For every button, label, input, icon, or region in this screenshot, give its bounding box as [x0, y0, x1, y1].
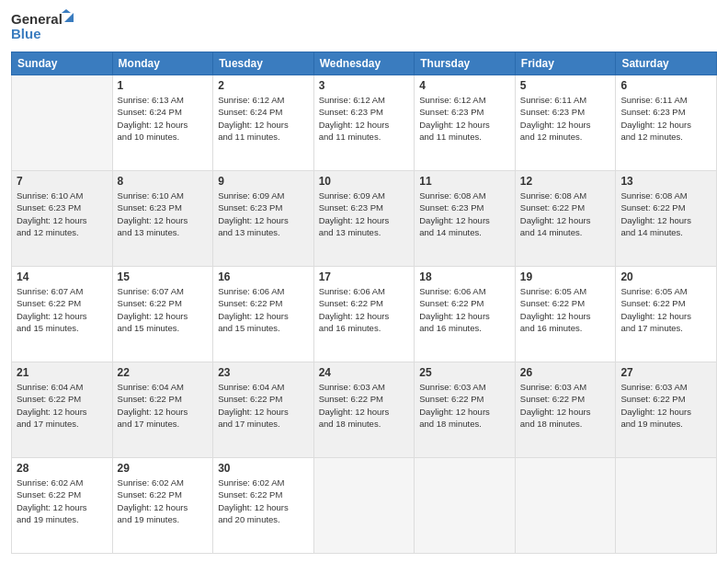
- day-number: 13: [620, 175, 711, 188]
- day-number: 10: [319, 175, 410, 188]
- day-number: 30: [218, 462, 309, 475]
- day-number: 27: [620, 366, 711, 379]
- logo-svg: GeneralBlue: [11, 9, 75, 44]
- day-info: Sunrise: 6:11 AM Sunset: 6:23 PM Dayligh…: [620, 94, 711, 143]
- day-number: 22: [118, 366, 209, 379]
- calendar-day-cell: [616, 458, 717, 554]
- day-number: 21: [17, 366, 108, 379]
- day-info: Sunrise: 6:07 AM Sunset: 6:22 PM Dayligh…: [118, 285, 209, 334]
- calendar-day-cell: 5Sunrise: 6:11 AM Sunset: 6:23 PM Daylig…: [515, 75, 616, 171]
- calendar-day-cell: 7Sunrise: 6:10 AM Sunset: 6:23 PM Daylig…: [12, 171, 113, 267]
- calendar-day-cell: 26Sunrise: 6:03 AM Sunset: 6:22 PM Dayli…: [515, 362, 616, 458]
- day-number: 14: [17, 270, 108, 283]
- calendar-day-cell: 13Sunrise: 6:08 AM Sunset: 6:22 PM Dayli…: [616, 171, 717, 267]
- day-number: 28: [17, 462, 108, 475]
- calendar-day-header: Wednesday: [313, 52, 415, 75]
- calendar-day-cell: 8Sunrise: 6:10 AM Sunset: 6:23 PM Daylig…: [112, 171, 213, 267]
- calendar-day-cell: 2Sunrise: 6:12 AM Sunset: 6:24 PM Daylig…: [213, 75, 314, 171]
- svg-marker-2: [62, 9, 71, 13]
- svg-text:Blue: Blue: [11, 26, 41, 41]
- day-number: 1: [118, 79, 209, 92]
- calendar-day-cell: 18Sunrise: 6:06 AM Sunset: 6:22 PM Dayli…: [415, 267, 516, 362]
- calendar-day-cell: 16Sunrise: 6:06 AM Sunset: 6:22 PM Dayli…: [213, 267, 314, 362]
- calendar-day-cell: 4Sunrise: 6:12 AM Sunset: 6:23 PM Daylig…: [415, 75, 516, 171]
- calendar-day-cell: [415, 458, 516, 554]
- day-number: 12: [520, 175, 611, 188]
- day-info: Sunrise: 6:13 AM Sunset: 6:24 PM Dayligh…: [118, 94, 209, 143]
- day-number: 3: [319, 79, 410, 92]
- day-number: 2: [218, 79, 309, 92]
- calendar-day-cell: 11Sunrise: 6:08 AM Sunset: 6:23 PM Dayli…: [415, 171, 516, 267]
- calendar-day-cell: 15Sunrise: 6:07 AM Sunset: 6:22 PM Dayli…: [112, 267, 213, 362]
- calendar-day-cell: [12, 75, 113, 171]
- calendar-day-cell: 19Sunrise: 6:05 AM Sunset: 6:22 PM Dayli…: [515, 267, 616, 362]
- calendar-day-cell: 14Sunrise: 6:07 AM Sunset: 6:22 PM Dayli…: [12, 267, 113, 362]
- day-number: 9: [218, 175, 309, 188]
- day-info: Sunrise: 6:03 AM Sunset: 6:22 PM Dayligh…: [419, 381, 510, 430]
- calendar-day-cell: 30Sunrise: 6:02 AM Sunset: 6:22 PM Dayli…: [213, 458, 314, 554]
- day-info: Sunrise: 6:10 AM Sunset: 6:23 PM Dayligh…: [118, 190, 209, 238]
- day-info: Sunrise: 6:06 AM Sunset: 6:22 PM Dayligh…: [419, 285, 510, 334]
- day-info: Sunrise: 6:07 AM Sunset: 6:22 PM Dayligh…: [17, 285, 108, 334]
- day-info: Sunrise: 6:02 AM Sunset: 6:22 PM Dayligh…: [17, 477, 108, 525]
- calendar-day-cell: 9Sunrise: 6:09 AM Sunset: 6:23 PM Daylig…: [213, 171, 314, 267]
- day-info: Sunrise: 6:02 AM Sunset: 6:22 PM Dayligh…: [118, 477, 209, 525]
- day-number: 25: [419, 366, 510, 379]
- day-info: Sunrise: 6:04 AM Sunset: 6:22 PM Dayligh…: [218, 381, 309, 430]
- calendar-table: SundayMondayTuesdayWednesdayThursdayFrid…: [11, 52, 717, 554]
- day-info: Sunrise: 6:11 AM Sunset: 6:23 PM Dayligh…: [520, 94, 611, 143]
- day-info: Sunrise: 6:06 AM Sunset: 6:22 PM Dayligh…: [319, 285, 410, 334]
- svg-marker-3: [64, 13, 74, 22]
- logo: GeneralBlue: [11, 9, 75, 44]
- calendar-week-row: 7Sunrise: 6:10 AM Sunset: 6:23 PM Daylig…: [12, 171, 717, 267]
- day-info: Sunrise: 6:09 AM Sunset: 6:23 PM Dayligh…: [319, 190, 410, 238]
- day-number: 26: [520, 366, 611, 379]
- header: GeneralBlue: [11, 9, 717, 44]
- calendar-day-header: Monday: [112, 52, 213, 75]
- day-info: Sunrise: 6:12 AM Sunset: 6:24 PM Dayligh…: [218, 94, 309, 143]
- calendar-day-cell: 20Sunrise: 6:05 AM Sunset: 6:22 PM Dayli…: [616, 267, 717, 362]
- calendar-day-cell: 12Sunrise: 6:08 AM Sunset: 6:22 PM Dayli…: [515, 171, 616, 267]
- day-number: 11: [419, 175, 510, 188]
- calendar-day-cell: 21Sunrise: 6:04 AM Sunset: 6:22 PM Dayli…: [12, 362, 113, 458]
- day-number: 18: [419, 270, 510, 283]
- calendar-day-cell: 22Sunrise: 6:04 AM Sunset: 6:22 PM Dayli…: [112, 362, 213, 458]
- day-info: Sunrise: 6:03 AM Sunset: 6:22 PM Dayligh…: [520, 381, 611, 430]
- calendar-week-row: 14Sunrise: 6:07 AM Sunset: 6:22 PM Dayli…: [12, 267, 717, 362]
- calendar-day-header: Tuesday: [213, 52, 314, 75]
- day-number: 15: [118, 270, 209, 283]
- calendar-day-cell: 17Sunrise: 6:06 AM Sunset: 6:22 PM Dayli…: [313, 267, 415, 362]
- day-number: 17: [319, 270, 410, 283]
- day-info: Sunrise: 6:08 AM Sunset: 6:23 PM Dayligh…: [419, 190, 510, 238]
- day-number: 19: [520, 270, 611, 283]
- svg-text:General: General: [11, 11, 63, 27]
- day-info: Sunrise: 6:03 AM Sunset: 6:22 PM Dayligh…: [620, 381, 711, 430]
- calendar-week-row: 21Sunrise: 6:04 AM Sunset: 6:22 PM Dayli…: [12, 362, 717, 458]
- page: GeneralBlue SundayMondayTuesdayWednesday…: [0, 0, 728, 563]
- calendar-day-header: Sunday: [12, 52, 113, 75]
- day-number: 24: [319, 366, 410, 379]
- day-info: Sunrise: 6:03 AM Sunset: 6:22 PM Dayligh…: [319, 381, 410, 430]
- day-info: Sunrise: 6:02 AM Sunset: 6:22 PM Dayligh…: [218, 477, 309, 525]
- calendar-day-cell: 27Sunrise: 6:03 AM Sunset: 6:22 PM Dayli…: [616, 362, 717, 458]
- calendar-day-cell: 10Sunrise: 6:09 AM Sunset: 6:23 PM Dayli…: [313, 171, 415, 267]
- calendar-day-header: Saturday: [616, 52, 717, 75]
- day-info: Sunrise: 6:04 AM Sunset: 6:22 PM Dayligh…: [118, 381, 209, 430]
- day-info: Sunrise: 6:05 AM Sunset: 6:22 PM Dayligh…: [520, 285, 611, 334]
- day-info: Sunrise: 6:10 AM Sunset: 6:23 PM Dayligh…: [17, 190, 108, 238]
- day-number: 4: [419, 79, 510, 92]
- day-number: 23: [218, 366, 309, 379]
- calendar-day-cell: 28Sunrise: 6:02 AM Sunset: 6:22 PM Dayli…: [12, 458, 113, 554]
- day-info: Sunrise: 6:04 AM Sunset: 6:22 PM Dayligh…: [17, 381, 108, 430]
- calendar-header-row: SundayMondayTuesdayWednesdayThursdayFrid…: [12, 52, 717, 75]
- day-info: Sunrise: 6:08 AM Sunset: 6:22 PM Dayligh…: [520, 190, 611, 238]
- day-number: 8: [118, 175, 209, 188]
- calendar-week-row: 28Sunrise: 6:02 AM Sunset: 6:22 PM Dayli…: [12, 458, 717, 554]
- day-number: 29: [118, 462, 209, 475]
- calendar-day-cell: 29Sunrise: 6:02 AM Sunset: 6:22 PM Dayli…: [112, 458, 213, 554]
- day-number: 6: [620, 79, 711, 92]
- calendar-day-cell: 25Sunrise: 6:03 AM Sunset: 6:22 PM Dayli…: [415, 362, 516, 458]
- day-info: Sunrise: 6:12 AM Sunset: 6:23 PM Dayligh…: [419, 94, 510, 143]
- day-number: 20: [620, 270, 711, 283]
- calendar-day-cell: 1Sunrise: 6:13 AM Sunset: 6:24 PM Daylig…: [112, 75, 213, 171]
